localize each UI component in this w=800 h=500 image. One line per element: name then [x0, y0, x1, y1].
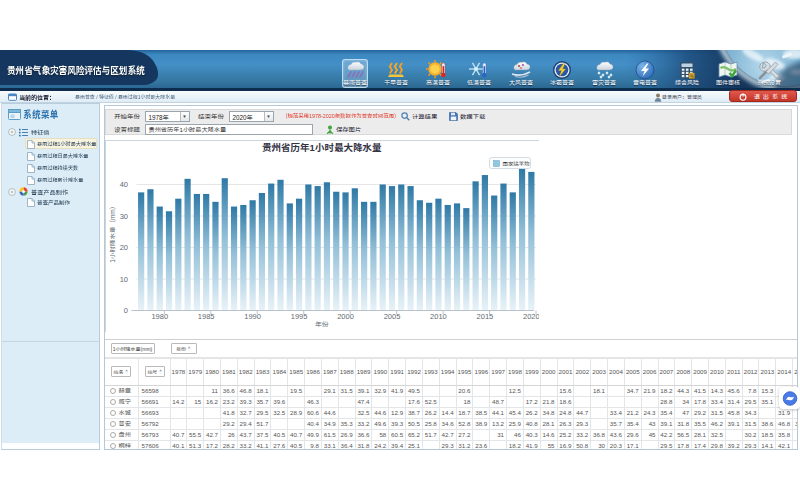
svg-text:10: 10: [120, 272, 128, 283]
svg-text:2000: 2000: [337, 310, 354, 321]
svg-text:0: 0: [124, 304, 128, 315]
svg-text:1990: 1990: [244, 310, 261, 321]
svg-text:2005: 2005: [384, 310, 401, 321]
svg-text:1985: 1985: [198, 310, 215, 321]
svg-text:1980: 1980: [151, 310, 168, 321]
svg-text:20: 20: [120, 241, 128, 252]
svg-text:2015: 2015: [477, 310, 494, 321]
svg-text:国家站平均: 国家站平均: [503, 159, 531, 167]
svg-text:30: 30: [120, 209, 128, 220]
svg-text:40: 40: [120, 178, 128, 189]
svg-text:2010: 2010: [430, 310, 447, 321]
svg-text:1995: 1995: [291, 310, 308, 321]
svg-text:2020: 2020: [523, 310, 539, 321]
